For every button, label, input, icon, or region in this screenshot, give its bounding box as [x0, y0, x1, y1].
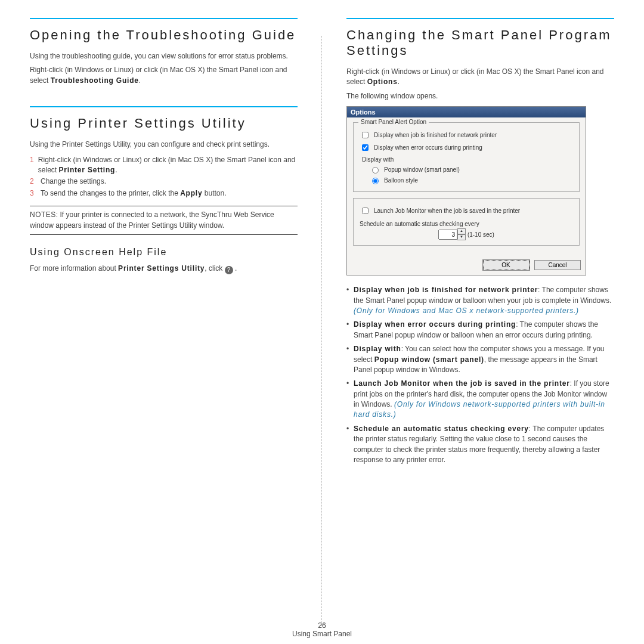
list-item: Display when job is finished for network…: [346, 285, 614, 316]
notes-text: : If your printer is connected to a netw…: [30, 210, 274, 229]
option-name: Launch Job Monitor when the job is saved…: [354, 379, 570, 388]
heading-changing-smart-panel: Changing the Smart Panel Program Setting…: [346, 27, 614, 58]
schedule-spinner[interactable]: ▲ ▼: [438, 228, 466, 240]
notes-label: NOTES: [30, 210, 56, 219]
paragraph: The following window opens.: [346, 91, 614, 101]
heading-printer-settings-utility: Using Printer Settings Utility: [30, 116, 298, 131]
text: .: [398, 78, 400, 86]
section-title: Using Smart Panel: [0, 630, 644, 638]
list-item: Display when error occurs during printin…: [346, 320, 614, 340]
cb-job-finished[interactable]: [362, 132, 369, 138]
radio-label: Balloon style: [384, 177, 418, 184]
dialog-body: Smart Panel Alert Option Display when jo…: [347, 117, 586, 256]
heading-opening-troubleshooting: Opening the Troubleshooting Guide: [30, 27, 298, 43]
step-text: Right-click (in Windows or Linux) or cli…: [38, 155, 298, 176]
dialog-buttons: OK Cancel: [347, 256, 586, 275]
dialog-titlebar: Options: [347, 107, 586, 117]
section-rule: [346, 18, 614, 19]
column-divider: [321, 36, 323, 626]
spinner-input[interactable]: [438, 230, 457, 240]
radio-label: Popup window (smart panel): [384, 166, 460, 173]
guide-name: Troubleshooting Guide: [51, 76, 139, 85]
paragraph: Using the Printer Settings Utility, you …: [30, 140, 298, 150]
paragraph: For more information about Printer Setti…: [30, 264, 298, 274]
cancel-button[interactable]: Cancel: [534, 260, 581, 270]
cb-job-monitor[interactable]: [362, 208, 369, 214]
radio-popup[interactable]: [372, 167, 379, 174]
option-name: Display when error occurs during printin…: [354, 320, 516, 329]
step-number: 3: [30, 188, 41, 199]
option-name: Schedule an automatic status checking ev…: [354, 425, 529, 433]
step-number: 1: [30, 155, 38, 176]
step-text: Change the settings.: [41, 177, 106, 187]
option-note: (Only for Windows and Mac OS x network-s…: [354, 306, 579, 315]
text: For more information about: [30, 264, 118, 273]
section-rule: [30, 18, 298, 19]
heading-onscreen-help: Using Onscreen Help File: [30, 247, 298, 258]
list-item: Display with: You can select how the com…: [346, 344, 614, 375]
text: .: [139, 76, 141, 85]
range-label: (1-10 sec): [467, 231, 494, 238]
paragraph: Right-click (in Windows or Linux) or cli…: [30, 65, 298, 86]
text: , click: [205, 264, 224, 273]
schedule-label: Schedule an automatic status checking ev…: [360, 221, 479, 227]
cb-label: Display when job is finished for network…: [374, 132, 497, 138]
steps-list: 1Right-click (in Windows or Linux) or cl…: [30, 155, 298, 199]
list-item: Launch Job Monitor when the job is saved…: [346, 379, 614, 420]
job-monitor-fieldset: Launch Job Monitor when the job is saved…: [353, 198, 580, 246]
option-name: Popup window (smart panel): [374, 355, 484, 364]
step-text: To send the changes to the printer, clic…: [41, 188, 227, 199]
right-column: Changing the Smart Panel Program Setting…: [346, 18, 614, 626]
fieldset-legend: Smart Panel Alert Option: [358, 119, 429, 125]
radio-balloon[interactable]: [372, 178, 379, 184]
options-dialog: Options Smart Panel Alert Option Display…: [346, 106, 586, 275]
display-with-label: Display with: [362, 156, 573, 163]
section-rule: [30, 106, 298, 107]
paragraph: Right-click (in Windows or Linux) or cli…: [346, 67, 614, 88]
page-number: 26: [0, 621, 644, 630]
step-number: 2: [30, 177, 41, 187]
options-label: Options: [367, 78, 398, 86]
paragraph: Using the troubleshooting guide, you can…: [30, 51, 298, 61]
options-description-list: Display when job is finished for network…: [346, 285, 614, 465]
spinner-up-icon[interactable]: ▲: [457, 228, 466, 234]
page-footer: 26 Using Smart Panel: [0, 621, 644, 638]
cb-label: Display when error occurs during printin…: [374, 144, 482, 151]
option-name: Display with: [354, 345, 401, 353]
left-column: Opening the Troubleshooting Guide Using …: [30, 18, 298, 626]
text: .: [233, 264, 237, 273]
text: Printer Settings Utility: [118, 264, 205, 273]
help-icon: ?: [225, 266, 233, 274]
list-item: Schedule an automatic status checking ev…: [346, 424, 614, 466]
option-name: Display when job is finished for network…: [354, 286, 538, 294]
notes-box: NOTES: If your printer is connected to a…: [30, 206, 298, 235]
cb-label: Launch Job Monitor when the job is saved…: [374, 208, 520, 214]
alert-option-fieldset: Smart Panel Alert Option Display when jo…: [353, 122, 580, 192]
spinner-down-icon[interactable]: ▼: [457, 234, 466, 240]
ok-button[interactable]: OK: [483, 260, 530, 270]
cb-error-occurs[interactable]: [362, 144, 369, 151]
